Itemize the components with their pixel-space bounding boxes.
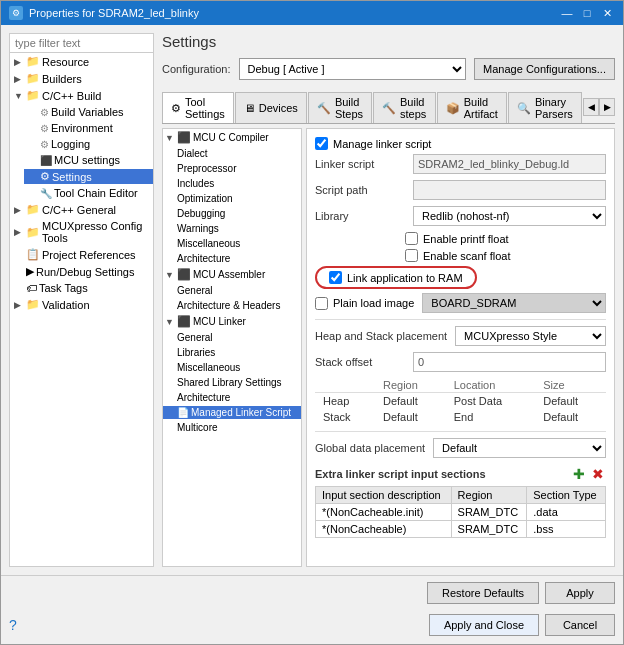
ts-tree-preprocessor[interactable]: Preprocessor: [163, 161, 301, 176]
tree-item-project-refs[interactable]: 📋 Project References: [10, 246, 153, 263]
printf-checkbox[interactable]: [405, 232, 418, 245]
ts-tree-architecture[interactable]: Architecture: [163, 251, 301, 266]
linker-script-row: Linker script: [315, 154, 606, 174]
tab-tool-settings[interactable]: ⚙ Tool Settings: [162, 92, 234, 124]
tree-item-mcux-config[interactable]: ▶ 📁 MCUXpresso Config Tools: [10, 218, 153, 246]
ts-tree-mcu-c-compiler[interactable]: ▼ ⬛ MCU C Compiler: [163, 129, 301, 146]
label-project-refs: Project References: [42, 249, 136, 261]
tab-navigation: ◀ ▶: [583, 90, 615, 123]
label-builders: Builders: [42, 73, 82, 85]
tree-item-validation[interactable]: ▶ 📁 Validation: [10, 296, 153, 313]
link-to-ram-label: Link application to RAM: [347, 272, 463, 284]
devices-icon: 🖥: [244, 102, 255, 114]
ts-tree-miscellaneous-link[interactable]: Miscellaneous: [163, 360, 301, 375]
tree-item-mcu-settings[interactable]: ⬛ MCU settings: [10, 152, 153, 168]
heap-stack-dropdown[interactable]: MCUXpresso Style: [455, 326, 606, 346]
label-resource: Resource: [42, 56, 89, 68]
label-logging: Logging: [51, 138, 90, 150]
heap-size: Default: [535, 393, 606, 410]
ts-tree-architecture-link[interactable]: Architecture: [163, 390, 301, 405]
ts-tree-mcu-assembler[interactable]: ▼ ⬛ MCU Assembler: [163, 266, 301, 283]
cancel-button[interactable]: Cancel: [545, 614, 615, 636]
script-path-field[interactable]: [413, 180, 606, 200]
minimize-button[interactable]: —: [559, 5, 575, 21]
tree-item-environment[interactable]: ⚙ Environment: [10, 120, 153, 136]
manage-configs-button[interactable]: Manage Configurations...: [474, 58, 615, 80]
ts-tree-warnings[interactable]: Warnings: [163, 221, 301, 236]
ts-tree-mcu-linker[interactable]: ▼ ⬛ MCU Linker: [163, 313, 301, 330]
library-label: Library: [315, 210, 405, 222]
tree-item-cpp-build[interactable]: ▼ 📁 C/C++ Build: [10, 87, 153, 104]
linker-script-field[interactable]: [413, 154, 606, 174]
manage-linker-checkbox[interactable]: [315, 137, 328, 150]
scanf-checkbox[interactable]: [405, 249, 418, 262]
tab-build-artifact-label: Build Artifact: [464, 96, 498, 120]
tree-item-toolchain[interactable]: 🔧 Tool Chain Editor: [10, 185, 153, 201]
ts-label-preprocessor: Preprocessor: [177, 163, 236, 174]
folder-icon-validation: 📁: [26, 298, 40, 311]
ts-label-miscellaneous-link: Miscellaneous: [177, 362, 240, 373]
label-validation: Validation: [42, 299, 90, 311]
help-icon[interactable]: ?: [9, 617, 17, 633]
apply-button[interactable]: Apply: [545, 582, 615, 604]
ts-tree-optimization[interactable]: Optimization: [163, 191, 301, 206]
global-data-label: Global data placement: [315, 442, 425, 454]
label-build-vars: Build Variables: [51, 106, 124, 118]
restore-defaults-button[interactable]: Restore Defaults: [427, 582, 539, 604]
ts-tree-general-asm[interactable]: General: [163, 283, 301, 298]
settings-title: Settings: [162, 33, 615, 54]
col-name: [315, 378, 375, 393]
remove-section-button[interactable]: ✖: [590, 466, 606, 482]
scanf-label: Enable scanf float: [423, 250, 510, 262]
tree-item-run-debug[interactable]: ▶ Run/Debug Settings: [10, 263, 153, 280]
ts-tree-dialect[interactable]: Dialect: [163, 146, 301, 161]
manage-linker-label: Manage linker script: [333, 138, 431, 150]
tab-build-steps2-label: Build steps: [400, 96, 427, 120]
ts-tree-multicore[interactable]: Multicore: [163, 420, 301, 435]
library-dropdown[interactable]: Redlib (nohost-nf): [413, 206, 606, 226]
tab-build-steps[interactable]: 🔨 Build Steps: [308, 92, 372, 123]
section-row-2[interactable]: *(NonCacheable) SRAM_DTC .bss: [316, 521, 606, 538]
tab-devices[interactable]: 🖥 Devices: [235, 92, 307, 123]
tab-build-steps2[interactable]: 🔨 Build steps: [373, 92, 436, 123]
apply-and-close-button[interactable]: Apply and Close: [429, 614, 539, 636]
ts-arrow-mcu-linker: ▼: [165, 317, 175, 327]
heap-location: Post Data: [446, 393, 535, 410]
label-mcux-config: MCUXpresso Config Tools: [42, 220, 149, 244]
ts-tree-debugging[interactable]: Debugging: [163, 206, 301, 221]
filter-input[interactable]: [10, 34, 153, 53]
folder-icon-resource: 📁: [26, 55, 40, 68]
extra-linker-title: Extra linker script input sections: [315, 468, 486, 480]
global-data-dropdown[interactable]: Default: [433, 438, 606, 458]
tree-item-builders[interactable]: ▶ 📁 Builders: [10, 70, 153, 87]
stack-offset-input[interactable]: [413, 352, 606, 372]
tab-binary-parsers[interactable]: 🔍 Binary Parsers: [508, 92, 582, 123]
section-row-1[interactable]: *(NonCacheable.init) SRAM_DTC .data: [316, 504, 606, 521]
tree-item-task-tags[interactable]: 🏷 Task Tags: [10, 280, 153, 296]
ts-tree-miscellaneous[interactable]: Miscellaneous: [163, 236, 301, 251]
ts-tree-managed-linker[interactable]: 📄 Managed Linker Script: [163, 405, 301, 420]
ts-tree-general-link[interactable]: General: [163, 330, 301, 345]
tab-prev-button[interactable]: ◀: [583, 98, 599, 116]
tree-item-resource[interactable]: ▶ 📁 Resource: [10, 53, 153, 70]
plain-load-checkbox[interactable]: [315, 297, 328, 310]
ts-label-optimization: Optimization: [177, 193, 233, 204]
tab-build-artifact[interactable]: 📦 Build Artifact: [437, 92, 507, 123]
linker-script-label: Linker script: [315, 158, 405, 170]
tree-item-settings[interactable]: ⚙ Settings: [10, 168, 153, 185]
tree-item-cpp-general[interactable]: ▶ 📁 C/C++ General: [10, 201, 153, 218]
ts-label-miscellaneous: Miscellaneous: [177, 238, 240, 249]
close-button[interactable]: ✕: [599, 5, 615, 21]
tree-item-build-vars[interactable]: ⚙ Build Variables: [10, 104, 153, 120]
ts-tree-libraries[interactable]: Libraries: [163, 345, 301, 360]
ts-tree-shared-lib[interactable]: Shared Library Settings: [163, 375, 301, 390]
link-to-ram-checkbox[interactable]: [329, 271, 342, 284]
add-section-button[interactable]: ✚: [571, 466, 587, 482]
tab-next-button[interactable]: ▶: [599, 98, 615, 116]
ts-tree-includes[interactable]: Includes: [163, 176, 301, 191]
maximize-button[interactable]: □: [579, 5, 595, 21]
config-dropdown[interactable]: Debug [ Active ]: [239, 58, 467, 80]
ts-tree-arch-headers[interactable]: Architecture & Headers: [163, 298, 301, 313]
plain-load-dropdown[interactable]: BOARD_SDRAM: [422, 293, 606, 313]
tree-item-logging[interactable]: ⚙ Logging: [10, 136, 153, 152]
